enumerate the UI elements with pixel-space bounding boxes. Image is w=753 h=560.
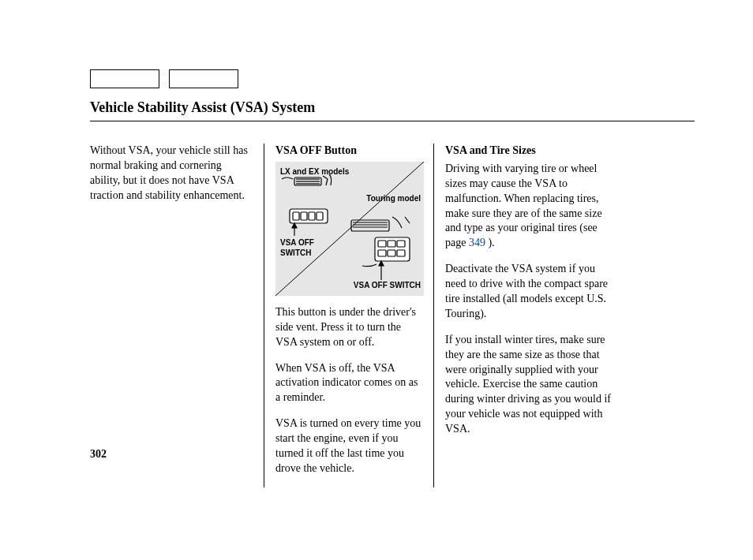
column-3: VSA and Tire Sizes Driving with varying …	[434, 144, 616, 487]
col2-para3: VSA is turned on every time you start th…	[275, 416, 422, 476]
col3-para1: Driving with varying tire or wheel sizes…	[445, 162, 616, 251]
column-1: Without VSA, your vehicle still has norm…	[90, 144, 264, 487]
col3-heading: VSA and Tire Sizes	[445, 144, 616, 159]
col2-para2: When VSA is off, the VSA activation indi…	[275, 361, 422, 406]
content-columns: Without VSA, your vehicle still has norm…	[90, 144, 695, 487]
column-2: VSA OFF Button LX and EX models Touring …	[264, 144, 434, 487]
header-box-2	[169, 69, 238, 88]
col2-heading: VSA OFF Button	[275, 144, 422, 159]
page-link-349[interactable]: 349	[469, 237, 485, 248]
col2-para1: This button is under the driver's side v…	[275, 305, 422, 350]
col3-para2: Deactivate the VSA system if you need to…	[445, 262, 616, 322]
svg-marker-24	[379, 261, 384, 266]
diagram-illustration	[275, 162, 424, 296]
col3-p1-post: ).	[485, 237, 495, 248]
vsa-off-button-diagram: LX and EX models Touring model VSA OFF S…	[275, 162, 424, 296]
page-title: Vehicle Stability Assist (VSA) System	[90, 99, 695, 116]
manual-page: Vehicle Stability Assist (VSA) System Wi…	[0, 0, 753, 560]
title-bar: Vehicle Stability Assist (VSA) System	[90, 99, 695, 121]
col3-p1-pre: Driving with varying tire or wheel sizes…	[445, 162, 602, 248]
col3-para3: If you install winter tires, make sure t…	[445, 333, 616, 437]
header-placeholder-boxes	[90, 69, 238, 88]
header-box-1	[90, 69, 159, 88]
page-number: 302	[90, 448, 107, 461]
col1-para1: Without VSA, your vehicle still has norm…	[90, 144, 253, 203]
svg-marker-11	[292, 223, 297, 228]
